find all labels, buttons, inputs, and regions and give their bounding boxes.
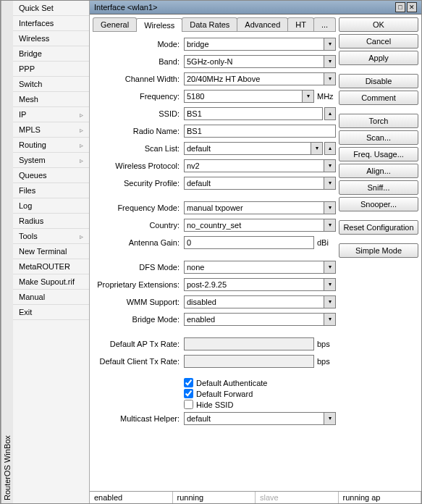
proprietary_ext-input[interactable] [184, 278, 324, 291]
status-running: running [173, 492, 256, 503]
band-label: Band: [93, 57, 180, 66]
channel_width-input[interactable] [184, 72, 324, 85]
dfs_mode-input[interactable] [184, 261, 324, 274]
wireless_protocol-dropdown-icon[interactable]: ▾ [324, 159, 336, 172]
sidebar-item-ip[interactable]: IP [13, 107, 89, 122]
ssid-input[interactable] [184, 107, 323, 120]
default_ap_tx-label: Default AP Tx Rate: [93, 340, 180, 348]
security_profile-input[interactable] [184, 177, 324, 190]
sidebar: Quick SetInterfacesWirelessBridgePPPSwit… [13, 1, 90, 503]
wmm_support-dropdown-icon[interactable]: ▾ [324, 295, 336, 308]
proprietary_ext-dropdown-icon[interactable]: ▾ [324, 278, 336, 291]
wmm_support-input[interactable] [184, 295, 324, 308]
default_forward-checkbox[interactable] [184, 389, 193, 398]
tab-data-rates[interactable]: Data Rates [182, 17, 237, 31]
sidebar-item-queues[interactable]: Queues [13, 168, 89, 183]
sidebar-item-files[interactable]: Files [13, 183, 89, 198]
scan_list-input[interactable] [184, 142, 311, 155]
sidebar-item-ppp[interactable]: PPP [13, 62, 89, 77]
align--button[interactable]: Align... [339, 164, 418, 178]
default_client_tx-input[interactable] [184, 355, 314, 368]
sidebar-item-radius[interactable]: Radius [13, 214, 89, 229]
tab-general[interactable]: General [93, 17, 137, 31]
ok-button[interactable]: OK [339, 17, 418, 32]
scan--button[interactable]: Scan... [339, 130, 418, 145]
comment-button[interactable]: Comment [339, 91, 418, 105]
cancel-button[interactable]: Cancel [339, 34, 418, 49]
scan_list-dropdown-icon[interactable]: ▾ [311, 142, 323, 155]
sidebar-item-mesh[interactable]: Mesh [13, 92, 89, 107]
default_ap_tx-unit: bps [317, 340, 336, 348]
status-running-ap: running ap [339, 492, 422, 503]
bridge_mode-input[interactable] [184, 313, 324, 326]
frequency-dropdown-icon[interactable]: ▾ [303, 90, 314, 103]
sidebar-item-quick-set[interactable]: Quick Set [13, 1, 89, 16]
channel_width-dropdown-icon[interactable]: ▾ [324, 72, 336, 85]
mode-input[interactable] [184, 38, 324, 51]
sidebar-item-mpls[interactable]: MPLS [13, 122, 89, 138]
default_authenticate-checkbox[interactable] [184, 378, 193, 387]
ssid-expand-icon[interactable]: ▴ [324, 107, 336, 120]
radio_name-input[interactable] [184, 125, 336, 138]
sniff--button[interactable]: Sniff... [339, 180, 418, 195]
country-dropdown-icon[interactable]: ▾ [324, 219, 336, 232]
default_forward-label: Default Forward [196, 390, 253, 398]
torch-button[interactable]: Torch [339, 114, 418, 128]
proprietary_ext-label: Proprietary Extensions: [93, 280, 180, 289]
band-dropdown-icon[interactable]: ▾ [324, 55, 336, 68]
antenna_gain-input[interactable] [184, 236, 314, 249]
tab-wireless[interactable]: Wireless [136, 18, 182, 32]
frequency_mode-input[interactable] [184, 201, 324, 214]
bridge_mode-dropdown-icon[interactable]: ▾ [324, 313, 336, 326]
ssid-label: SSID: [93, 109, 180, 118]
tab-strip: GeneralWirelessData RatesAdvancedHT... [93, 17, 336, 32]
tab-advanced[interactable]: Advanced [237, 17, 288, 31]
tab-ht[interactable]: HT [287, 17, 314, 31]
disable-button[interactable]: Disable [339, 74, 418, 88]
hide_ssid-checkbox[interactable] [184, 400, 193, 409]
minimize-button[interactable]: □ [395, 2, 405, 12]
reset-configuration-button[interactable]: Reset Configuration [339, 220, 418, 235]
sidebar-item-manual[interactable]: Manual [13, 290, 89, 305]
simple-mode-button[interactable]: Simple Mode [339, 243, 418, 258]
scan_list-expand-icon[interactable]: ▴ [324, 142, 336, 155]
antenna_gain-unit: dBi [317, 238, 336, 247]
wireless_protocol-input[interactable] [184, 159, 324, 172]
frequency_mode-dropdown-icon[interactable]: ▾ [324, 201, 336, 214]
action-button-column: OKCancelApplyDisableCommentTorchScan...F… [339, 17, 418, 488]
sidebar-item-interfaces[interactable]: Interfaces [13, 16, 89, 31]
sidebar-item-exit[interactable]: Exit [13, 305, 89, 320]
multicast_helper-label: Multicast Helper: [93, 414, 180, 423]
freq-usage--button[interactable]: Freq. Usage... [339, 147, 418, 161]
country-input[interactable] [184, 219, 324, 232]
sidebar-item-switch[interactable]: Switch [13, 77, 89, 92]
tab--[interactable]: ... [313, 17, 336, 31]
sidebar-item-log[interactable]: Log [13, 198, 89, 214]
sidebar-item-new-terminal[interactable]: New Terminal [13, 244, 89, 259]
mode-dropdown-icon[interactable]: ▾ [324, 38, 336, 51]
default_client_tx-unit: bps [317, 357, 336, 366]
apply-button[interactable]: Apply [339, 51, 418, 65]
snooper--button[interactable]: Snooper... [339, 197, 418, 211]
frequency-input[interactable] [184, 90, 303, 103]
sidebar-item-bridge[interactable]: Bridge [13, 46, 89, 62]
window-title: Interface <wlan1> [94, 3, 157, 12]
dfs_mode-dropdown-icon[interactable]: ▾ [324, 261, 336, 274]
sidebar-item-wireless[interactable]: Wireless [13, 31, 89, 46]
wmm_support-label: WMM Support: [93, 298, 180, 306]
sidebar-item-tools[interactable]: Tools [13, 229, 89, 244]
band-input[interactable] [184, 55, 324, 68]
sidebar-item-routing[interactable]: Routing [13, 138, 89, 153]
default_authenticate-label: Default Authenticate [196, 379, 267, 387]
frequency-unit: MHz [317, 92, 336, 101]
sidebar-item-make-supout-rif[interactable]: Make Supout.rif [13, 274, 89, 290]
sidebar-item-metarouter[interactable]: MetaROUTER [13, 259, 89, 274]
security_profile-dropdown-icon[interactable]: ▾ [324, 177, 336, 190]
frequency-label: Frequency: [93, 92, 180, 101]
default_ap_tx-input[interactable] [184, 337, 314, 350]
antenna_gain-label: Antenna Gain: [93, 238, 180, 247]
multicast_helper-dropdown-icon[interactable]: ▾ [324, 412, 336, 425]
close-button[interactable]: ✕ [407, 2, 417, 12]
sidebar-item-system[interactable]: System [13, 153, 89, 168]
multicast_helper-input[interactable] [184, 412, 324, 425]
